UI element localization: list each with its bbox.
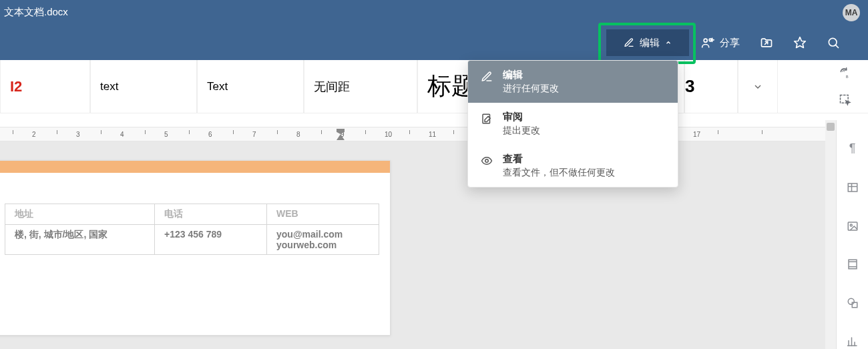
people-icon: [701, 36, 714, 49]
edit-mode-button[interactable]: 编辑: [606, 29, 689, 56]
star-icon: [793, 36, 807, 49]
style-heading2[interactable]: I2: [0, 60, 90, 113]
styles-expand-button[interactable]: [738, 60, 778, 113]
review-icon: [480, 112, 493, 125]
header-footer-icon: [847, 258, 859, 270]
svg-point-17: [850, 224, 852, 226]
avatar-initials: MA: [845, 8, 858, 17]
dropdown-item-view[interactable]: 查看 查看文件，但不做任何更改: [468, 145, 678, 187]
sidebar-table-button[interactable]: [845, 180, 861, 195]
dropdown-review-title: 审阅: [503, 111, 540, 123]
styles-gallery: I2 text Text 无间距 标题 3: [0, 60, 868, 113]
select-icon: [839, 93, 852, 107]
image-icon: [847, 220, 859, 232]
svg-rect-13: [848, 184, 857, 192]
document-title: 文本文档.docx: [4, 6, 68, 19]
title-bar: 文本文档.docx: [0, 0, 868, 24]
sidebar-shapes-button[interactable]: [845, 296, 861, 310]
svg-point-21: [848, 298, 854, 304]
page[interactable]: 地址 电话 WEB 楼, 街, 城市/地区, 国家 +123 456 789 y…: [0, 160, 391, 336]
svg-text:A: A: [842, 69, 845, 73]
svg-point-0: [704, 39, 707, 42]
dropdown-view-desc: 查看文件，但不做任何更改: [503, 167, 615, 179]
page-accent-band: [0, 161, 390, 173]
document-canvas: 地址 电话 WEB 楼, 街, 城市/地区, 国家 +123 456 789 y…: [0, 141, 868, 349]
right-sidebar: ¶: [836, 120, 868, 349]
table-cell-web[interactable]: you@mail.com yourweb.com: [267, 225, 379, 255]
edit-mode-label: 编辑: [640, 37, 660, 49]
style-side-tools: AB: [836, 64, 855, 109]
table-cell-address[interactable]: 楼, 街, 城市/地区, 国家: [5, 225, 155, 255]
dropdown-item-edit[interactable]: 编辑 进行任何更改: [468, 61, 678, 103]
style-text[interactable]: text: [90, 60, 197, 113]
horizontal-ruler[interactable]: 1234567891011121314151617: [0, 127, 868, 141]
dropdown-item-review[interactable]: 审阅 提出更改: [468, 103, 678, 145]
replace-icon: AB: [839, 67, 852, 80]
style-num3[interactable]: 3: [684, 60, 738, 113]
svg-text:B: B: [846, 75, 849, 79]
search-button[interactable]: [820, 29, 847, 56]
chevron-up-icon: [665, 39, 672, 46]
dropdown-edit-desc: 进行任何更改: [503, 83, 559, 95]
dropdown-view-title: 查看: [503, 153, 615, 165]
pencil-icon: [480, 70, 493, 83]
share-label: 分享: [720, 37, 740, 49]
sidebar-chart-button[interactable]: [845, 334, 861, 349]
svg-marker-5: [795, 37, 806, 48]
sidebar-header-footer-button[interactable]: [845, 257, 861, 272]
table-icon: [847, 182, 859, 194]
edit-mode-dropdown: 编辑 进行任何更改 审阅 提出更改 查看 查看文件，但不做任何更改: [467, 60, 678, 188]
svg-point-12: [485, 159, 489, 163]
contact-table[interactable]: 地址 电话 WEB 楼, 街, 城市/地区, 国家 +123 456 789 y…: [5, 204, 379, 255]
dropdown-edit-title: 编辑: [503, 69, 559, 81]
dropdown-review-desc: 提出更改: [503, 125, 540, 137]
vertical-scrollbar[interactable]: [825, 120, 836, 349]
ruler-indent-marker-bottom[interactable]: [337, 134, 345, 140]
style-no-spacing[interactable]: 无间距: [304, 60, 417, 113]
pencil-icon: [624, 37, 634, 48]
eye-icon: [480, 154, 493, 167]
avatar[interactable]: MA: [843, 4, 860, 21]
table-cell-phone[interactable]: +123 456 789: [155, 225, 267, 255]
svg-rect-22: [852, 302, 857, 308]
shapes-icon: [847, 297, 859, 309]
table-value-email: you@mail.com: [276, 229, 369, 240]
svg-rect-18: [849, 260, 857, 270]
table-header-phone: 电话: [155, 204, 267, 225]
favorite-button[interactable]: [787, 29, 813, 56]
select-button[interactable]: [836, 91, 855, 109]
scrollbar-thumb[interactable]: [827, 123, 835, 131]
chevron-down-icon: [752, 81, 763, 92]
sidebar-image-button[interactable]: [845, 219, 861, 234]
svg-rect-16: [848, 222, 857, 230]
style-text-2[interactable]: Text: [197, 60, 304, 113]
svg-line-7: [835, 45, 838, 47]
folder-arrow-icon: [760, 36, 773, 49]
open-location-button[interactable]: [753, 29, 780, 56]
replace-button[interactable]: AB: [836, 64, 855, 83]
table-header-address: 地址: [5, 204, 155, 225]
table-value-site: yourweb.com: [276, 240, 369, 250]
pilcrow-icon: ¶: [849, 141, 856, 155]
chart-icon: [847, 336, 859, 348]
share-button[interactable]: 分享: [701, 29, 740, 56]
table-header-web: WEB: [267, 204, 379, 225]
search-icon: [827, 36, 840, 49]
sidebar-paragraph-button[interactable]: ¶: [845, 141, 861, 156]
